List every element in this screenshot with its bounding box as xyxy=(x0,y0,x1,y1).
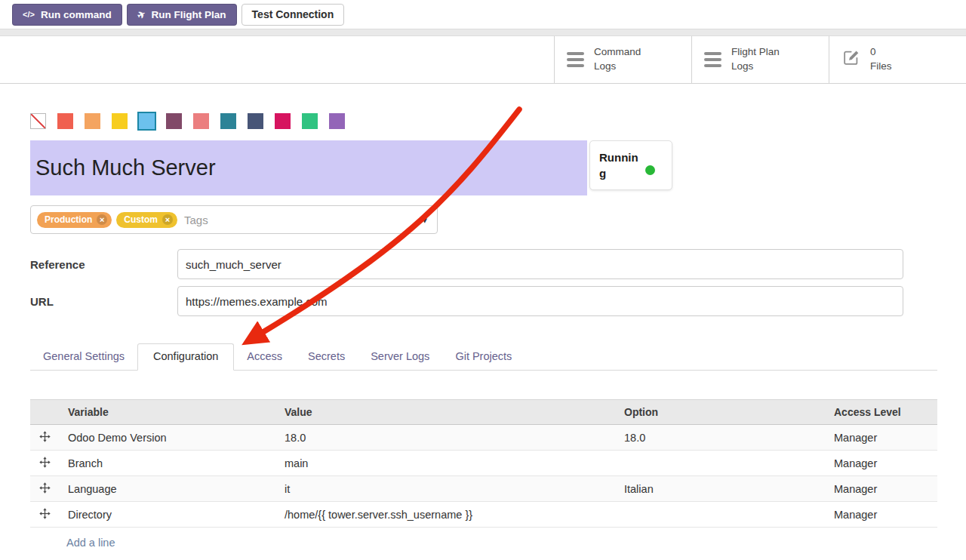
top-toolbar: </> Run command ✈ Run Flight Plan Test C… xyxy=(0,0,966,29)
cell-option[interactable]: Italian xyxy=(615,476,825,502)
cell-variable[interactable]: Directory xyxy=(59,502,275,528)
url-row: URL xyxy=(30,286,937,316)
files-button[interactable]: 0 Files xyxy=(829,36,966,83)
color-swatch-orange[interactable] xyxy=(85,113,100,129)
drag-handle-icon[interactable] xyxy=(30,476,59,502)
list-icon xyxy=(567,52,584,67)
plane-icon: ✈ xyxy=(135,8,148,21)
color-swatch-magenta[interactable] xyxy=(275,113,291,129)
table-row: Language it Italian Manager xyxy=(30,476,937,502)
column-header-value: Value xyxy=(275,400,615,425)
color-swatch-cyan-selected[interactable] xyxy=(139,113,155,129)
table-row: Branch main Manager xyxy=(30,451,937,476)
tag-remove-icon[interactable]: × xyxy=(97,214,107,225)
cell-variable[interactable]: Language xyxy=(59,476,275,502)
flight-plan-logs-label: Flight Plan Logs xyxy=(731,45,780,74)
tag-production-label: Production xyxy=(45,214,92,225)
run-command-label: Run command xyxy=(41,9,112,20)
command-logs-label: Command Logs xyxy=(594,45,641,74)
cell-option[interactable] xyxy=(615,502,825,528)
tag-remove-icon[interactable]: × xyxy=(162,214,173,225)
separator-band xyxy=(0,29,966,36)
tab-server-logs[interactable]: Server Logs xyxy=(358,344,442,370)
column-header-access-level: Access Level xyxy=(825,400,937,425)
url-input[interactable] xyxy=(177,286,903,316)
cell-variable[interactable]: Odoo Demo Version xyxy=(59,425,275,451)
column-header-option: Option xyxy=(615,400,825,425)
cell-access-level[interactable]: Manager xyxy=(825,451,937,476)
tab-secrets[interactable]: Secrets xyxy=(295,344,358,370)
tab-configuration[interactable]: Configuration xyxy=(137,343,234,371)
command-logs-button[interactable]: Command Logs xyxy=(554,36,691,83)
configuration-table: Variable Value Option Access Level Odoo … xyxy=(30,399,937,560)
test-connection-button[interactable]: Test Connection xyxy=(242,4,345,26)
table-header-row: Variable Value Option Access Level xyxy=(30,400,937,425)
reference-label: Reference xyxy=(30,258,177,271)
tag-production[interactable]: Production × xyxy=(37,212,112,228)
tags-placeholder: Tags xyxy=(184,214,208,226)
run-flight-plan-label: Run Flight Plan xyxy=(152,9,226,20)
chevron-down-icon[interactable]: ▾ xyxy=(422,214,427,226)
tag-custom-label: Custom xyxy=(124,214,158,225)
server-name-input[interactable]: Such Much Server xyxy=(30,140,587,195)
run-flight-plan-button[interactable]: ✈ Run Flight Plan xyxy=(127,4,237,26)
drag-handle-icon[interactable] xyxy=(30,451,59,476)
cell-value[interactable]: /home/{{ tower.server.ssh_username }} xyxy=(275,502,615,528)
status-dot-green xyxy=(645,165,655,175)
cell-value[interactable]: main xyxy=(275,451,615,476)
run-command-button[interactable]: </> Run command xyxy=(12,4,122,26)
flight-plan-logs-button[interactable]: Flight Plan Logs xyxy=(691,36,829,83)
cell-value[interactable]: it xyxy=(275,476,615,502)
color-swatch-red[interactable] xyxy=(57,113,73,129)
cell-variable[interactable]: Branch xyxy=(59,451,275,476)
code-icon: </> xyxy=(23,10,35,19)
test-connection-label: Test Connection xyxy=(252,8,334,20)
color-swatch-teal[interactable] xyxy=(220,113,236,129)
cell-access-level[interactable]: Manager xyxy=(825,502,937,528)
cell-option[interactable]: 18.0 xyxy=(615,425,825,451)
reference-input[interactable] xyxy=(177,249,903,279)
tab-access[interactable]: Access xyxy=(234,344,295,370)
notebook-tabs: General Settings Configuration Access Se… xyxy=(30,343,937,371)
server-name: Such Much Server xyxy=(35,155,216,180)
edit-pencil-icon xyxy=(841,48,860,72)
column-header-variable: Variable xyxy=(59,400,275,425)
status-widget[interactable]: Running xyxy=(589,140,672,190)
add-line-row: Add a line xyxy=(30,528,937,560)
title-row: Such Much Server Running xyxy=(30,140,937,195)
status-label: Running xyxy=(599,149,638,181)
color-swatch-salmon[interactable] xyxy=(193,113,209,129)
main-content: Such Much Server Running Production × Cu… xyxy=(0,112,966,560)
list-icon xyxy=(704,52,721,67)
color-swatch-darkpurple[interactable] xyxy=(166,113,182,129)
header-bar: Command Logs Flight Plan Logs 0 Files xyxy=(0,36,966,84)
tab-git-projects[interactable]: Git Projects xyxy=(442,344,525,370)
reference-row: Reference xyxy=(30,249,937,279)
color-swatch-purple[interactable] xyxy=(329,113,345,129)
files-label: 0 Files xyxy=(870,45,892,74)
table-row: Odoo Demo Version 18.0 18.0 Manager xyxy=(30,425,937,451)
color-swatch-navy[interactable] xyxy=(248,113,263,129)
table-row: Directory /home/{{ tower.server.ssh_user… xyxy=(30,502,937,528)
tab-general-settings[interactable]: General Settings xyxy=(30,344,137,370)
cell-access-level[interactable]: Manager xyxy=(825,425,937,451)
tags-input[interactable]: Production × Custom × Tags ▾ xyxy=(30,205,438,234)
cell-option[interactable] xyxy=(615,451,825,476)
color-picker xyxy=(30,112,937,131)
drag-handle-icon[interactable] xyxy=(30,425,59,451)
add-a-line-link[interactable]: Add a line xyxy=(39,533,115,555)
cell-access-level[interactable]: Manager xyxy=(825,476,937,502)
handle-column-header xyxy=(30,400,59,425)
drag-handle-icon[interactable] xyxy=(30,502,59,528)
tag-custom[interactable]: Custom × xyxy=(116,212,177,228)
color-swatch-yellow[interactable] xyxy=(112,113,128,129)
color-swatch-green[interactable] xyxy=(302,113,318,129)
url-label: URL xyxy=(30,295,177,308)
cell-value[interactable]: 18.0 xyxy=(275,425,615,451)
color-swatch-none[interactable] xyxy=(30,113,46,129)
